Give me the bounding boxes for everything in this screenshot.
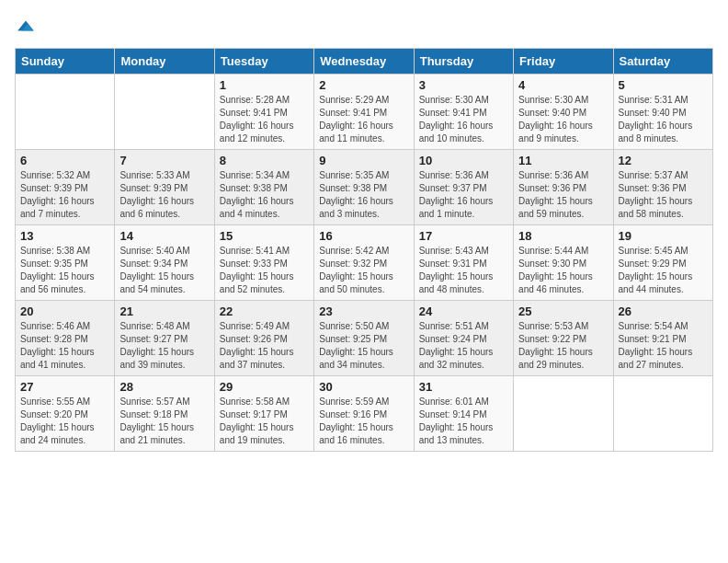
calendar-cell: 10Sunrise: 5:36 AMSunset: 9:37 PMDayligh… <box>414 150 513 225</box>
day-number: 25 <box>518 304 608 318</box>
calendar-cell: 5Sunrise: 5:31 AMSunset: 9:40 PMDaylight… <box>613 75 712 150</box>
calendar-cell: 21Sunrise: 5:48 AMSunset: 9:27 PMDayligh… <box>115 301 214 376</box>
day-number: 30 <box>319 380 408 394</box>
day-header-thursday: Thursday <box>414 49 513 75</box>
day-number: 5 <box>619 78 708 92</box>
logo <box>15 15 40 37</box>
day-info: Sunrise: 5:54 AMSunset: 9:21 PMDaylight:… <box>619 320 708 372</box>
day-info: Sunrise: 5:36 AMSunset: 9:37 PMDaylight:… <box>419 169 508 221</box>
calendar-cell: 31Sunrise: 6:01 AMSunset: 9:14 PMDayligh… <box>414 376 513 452</box>
calendar-cell: 17Sunrise: 5:43 AMSunset: 9:31 PMDayligh… <box>414 225 513 301</box>
day-number: 26 <box>619 304 708 318</box>
calendar-cell: 8Sunrise: 5:34 AMSunset: 9:38 PMDaylight… <box>214 150 313 225</box>
calendar-cell: 16Sunrise: 5:42 AMSunset: 9:32 PMDayligh… <box>314 225 414 301</box>
day-number: 27 <box>20 380 109 394</box>
calendar-header-row: SundayMondayTuesdayWednesdayThursdayFrid… <box>16 49 713 75</box>
day-info: Sunrise: 5:30 AMSunset: 9:41 PMDaylight:… <box>419 94 508 145</box>
day-info: Sunrise: 5:53 AMSunset: 9:22 PMDaylight:… <box>518 320 608 372</box>
calendar-cell: 22Sunrise: 5:49 AMSunset: 9:26 PMDayligh… <box>214 301 313 376</box>
day-number: 21 <box>119 304 209 318</box>
day-header-sunday: Sunday <box>16 49 115 75</box>
day-info: Sunrise: 6:01 AMSunset: 9:14 PMDaylight:… <box>419 396 508 447</box>
day-info: Sunrise: 5:42 AMSunset: 9:32 PMDaylight:… <box>319 245 408 296</box>
day-info: Sunrise: 5:40 AMSunset: 9:34 PMDaylight:… <box>119 245 209 296</box>
day-info: Sunrise: 5:35 AMSunset: 9:38 PMDaylight:… <box>319 169 408 221</box>
day-number: 19 <box>619 229 708 243</box>
day-number: 20 <box>20 304 109 318</box>
day-number: 23 <box>319 304 408 318</box>
calendar-cell: 23Sunrise: 5:50 AMSunset: 9:25 PMDayligh… <box>314 301 414 376</box>
calendar-cell: 27Sunrise: 5:55 AMSunset: 9:20 PMDayligh… <box>16 376 115 452</box>
day-info: Sunrise: 5:49 AMSunset: 9:26 PMDaylight:… <box>220 320 309 372</box>
day-number: 16 <box>319 229 408 243</box>
day-info: Sunrise: 5:48 AMSunset: 9:27 PMDaylight:… <box>119 320 209 372</box>
day-info: Sunrise: 5:51 AMSunset: 9:24 PMDaylight:… <box>419 320 508 372</box>
day-info: Sunrise: 5:32 AMSunset: 9:39 PMDaylight:… <box>20 169 109 221</box>
day-header-saturday: Saturday <box>613 49 712 75</box>
day-number: 22 <box>220 304 309 318</box>
calendar-cell: 3Sunrise: 5:30 AMSunset: 9:41 PMDaylight… <box>414 75 513 150</box>
logo-icon <box>15 15 37 37</box>
calendar-week-row: 1Sunrise: 5:28 AMSunset: 9:41 PMDaylight… <box>16 75 713 150</box>
day-number: 17 <box>419 229 508 243</box>
calendar-cell: 28Sunrise: 5:57 AMSunset: 9:18 PMDayligh… <box>115 376 214 452</box>
calendar-cell: 20Sunrise: 5:46 AMSunset: 9:28 PMDayligh… <box>16 301 115 376</box>
calendar-cell: 1Sunrise: 5:28 AMSunset: 9:41 PMDaylight… <box>214 75 313 150</box>
day-info: Sunrise: 5:46 AMSunset: 9:28 PMDaylight:… <box>20 320 109 372</box>
day-number: 3 <box>419 78 508 92</box>
calendar-week-row: 6Sunrise: 5:32 AMSunset: 9:39 PMDaylight… <box>16 150 713 225</box>
day-info: Sunrise: 5:36 AMSunset: 9:36 PMDaylight:… <box>518 169 608 221</box>
day-info: Sunrise: 5:45 AMSunset: 9:29 PMDaylight:… <box>619 245 708 296</box>
calendar-cell: 26Sunrise: 5:54 AMSunset: 9:21 PMDayligh… <box>613 301 712 376</box>
calendar-cell: 6Sunrise: 5:32 AMSunset: 9:39 PMDaylight… <box>16 150 115 225</box>
day-info: Sunrise: 5:34 AMSunset: 9:38 PMDaylight:… <box>220 169 309 221</box>
calendar-week-row: 20Sunrise: 5:46 AMSunset: 9:28 PMDayligh… <box>16 301 713 376</box>
day-number: 10 <box>419 154 508 167</box>
calendar-cell: 4Sunrise: 5:30 AMSunset: 9:40 PMDaylight… <box>514 75 613 150</box>
day-header-wednesday: Wednesday <box>314 49 414 75</box>
day-info: Sunrise: 5:58 AMSunset: 9:17 PMDaylight:… <box>220 396 309 447</box>
day-number: 1 <box>220 78 309 92</box>
day-info: Sunrise: 5:38 AMSunset: 9:35 PMDaylight:… <box>20 245 109 296</box>
calendar-cell: 30Sunrise: 5:59 AMSunset: 9:16 PMDayligh… <box>314 376 414 452</box>
day-info: Sunrise: 5:59 AMSunset: 9:16 PMDaylight:… <box>319 396 408 447</box>
day-number: 15 <box>220 229 309 243</box>
day-info: Sunrise: 5:44 AMSunset: 9:30 PMDaylight:… <box>518 245 608 296</box>
calendar-cell: 11Sunrise: 5:36 AMSunset: 9:36 PMDayligh… <box>514 150 613 225</box>
calendar-cell: 2Sunrise: 5:29 AMSunset: 9:41 PMDaylight… <box>314 75 414 150</box>
calendar-week-row: 13Sunrise: 5:38 AMSunset: 9:35 PMDayligh… <box>16 225 713 301</box>
day-info: Sunrise: 5:30 AMSunset: 9:40 PMDaylight:… <box>518 94 608 145</box>
calendar-cell: 18Sunrise: 5:44 AMSunset: 9:30 PMDayligh… <box>514 225 613 301</box>
day-number: 29 <box>220 380 309 394</box>
calendar-cell <box>16 75 115 150</box>
calendar-cell <box>613 376 712 452</box>
calendar-week-row: 27Sunrise: 5:55 AMSunset: 9:20 PMDayligh… <box>16 376 713 452</box>
day-header-monday: Monday <box>115 49 214 75</box>
day-info: Sunrise: 5:41 AMSunset: 9:33 PMDaylight:… <box>220 245 309 296</box>
day-header-friday: Friday <box>514 49 613 75</box>
day-number: 18 <box>518 229 608 243</box>
day-number: 13 <box>20 229 109 243</box>
calendar-cell: 7Sunrise: 5:33 AMSunset: 9:39 PMDaylight… <box>115 150 214 225</box>
calendar-cell: 24Sunrise: 5:51 AMSunset: 9:24 PMDayligh… <box>414 301 513 376</box>
day-info: Sunrise: 5:57 AMSunset: 9:18 PMDaylight:… <box>119 396 209 447</box>
day-number: 4 <box>518 78 608 92</box>
calendar-cell: 14Sunrise: 5:40 AMSunset: 9:34 PMDayligh… <box>115 225 214 301</box>
day-number: 31 <box>419 380 508 394</box>
day-number: 11 <box>518 154 608 167</box>
day-info: Sunrise: 5:55 AMSunset: 9:20 PMDaylight:… <box>20 396 109 447</box>
day-info: Sunrise: 5:43 AMSunset: 9:31 PMDaylight:… <box>419 245 508 296</box>
day-info: Sunrise: 5:31 AMSunset: 9:40 PMDaylight:… <box>619 94 708 145</box>
day-number: 8 <box>220 154 309 167</box>
day-number: 7 <box>119 154 209 167</box>
day-number: 12 <box>619 154 708 167</box>
day-number: 24 <box>419 304 508 318</box>
day-number: 14 <box>119 229 209 243</box>
day-number: 9 <box>319 154 408 167</box>
day-info: Sunrise: 5:29 AMSunset: 9:41 PMDaylight:… <box>319 94 408 145</box>
calendar-cell: 12Sunrise: 5:37 AMSunset: 9:36 PMDayligh… <box>613 150 712 225</box>
calendar-cell: 25Sunrise: 5:53 AMSunset: 9:22 PMDayligh… <box>514 301 613 376</box>
calendar-cell: 15Sunrise: 5:41 AMSunset: 9:33 PMDayligh… <box>214 225 313 301</box>
calendar-cell: 29Sunrise: 5:58 AMSunset: 9:17 PMDayligh… <box>214 376 313 452</box>
day-info: Sunrise: 5:28 AMSunset: 9:41 PMDaylight:… <box>220 94 309 145</box>
